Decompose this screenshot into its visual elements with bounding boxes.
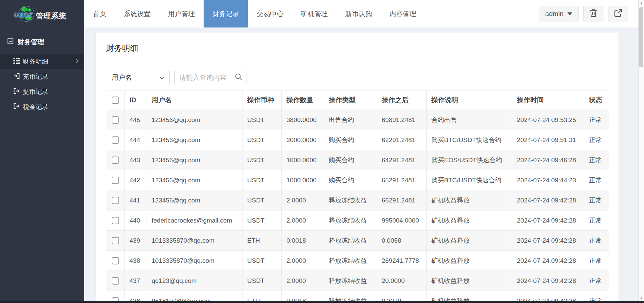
scroll-up-arrow[interactable]: ▲: [639, 0, 644, 6]
caret-down-icon: [568, 12, 572, 15]
page-title: 财务明细: [106, 33, 608, 54]
sidebar-item-deposit-records[interactable]: 充币记录: [0, 69, 84, 84]
admin-menu-button[interactable]: admin: [539, 6, 579, 21]
col-header-time: 操作时间: [512, 90, 584, 110]
admin-label: admin: [545, 10, 564, 18]
sign-in-icon: [13, 73, 20, 80]
cell-amount: 0.0018: [282, 231, 324, 251]
cell-op-type: 购买合约: [324, 150, 377, 170]
brand-title: 管理系统: [36, 11, 67, 21]
nav-tab-trade-center[interactable]: 交易中心: [248, 0, 292, 27]
logout-export-button[interactable]: [608, 6, 628, 21]
sidebar-item-tax-records[interactable]: 税金记录: [0, 99, 84, 114]
cell-coin: USDT: [243, 110, 282, 130]
cell-id: 442: [125, 170, 147, 190]
nav-tab-content-management[interactable]: 内容管理: [381, 0, 425, 27]
sidebar-item-withdraw-records[interactable]: 提币记录: [0, 84, 84, 99]
cell-id: 437: [125, 271, 147, 291]
chevron-down-icon: [159, 74, 165, 81]
row-checkbox[interactable]: [112, 116, 119, 124]
trash-button[interactable]: [583, 6, 603, 21]
cell-amount: 1000.0000: [282, 170, 324, 190]
cell-username: 123456@qq.com: [147, 130, 243, 150]
finance-detail-table: ID用户名操作币种操作数量操作类型操作之后操作说明操作时间状态 44512345…: [106, 90, 609, 303]
cell-time: 2024-07-24 09:42:28: [512, 210, 584, 231]
cell-note: 矿机收益释放: [427, 190, 512, 210]
cell-coin: USDT: [243, 190, 282, 210]
col-header-note: 操作说明: [427, 90, 512, 110]
nav-tab-system-settings[interactable]: 系统设置: [115, 0, 159, 27]
cell-amount: 2.0000: [282, 210, 324, 231]
cell-amount: 2.0000: [282, 271, 324, 291]
scroll-down-arrow[interactable]: ▼: [639, 295, 644, 301]
cell-time: 2024-07-24 09:53:25: [512, 110, 584, 130]
row-checkbox[interactable]: [112, 217, 119, 224]
cell-amount: 2000.0000: [282, 130, 324, 150]
brand-logo-text: USDZ: [14, 11, 33, 19]
cell-after: 69891.2481: [377, 110, 427, 130]
table-row: 4391013335870@qq.comETH0.0018释放冻结收益0.005…: [106, 231, 609, 251]
col-header-op-type: 操作类型: [324, 90, 377, 110]
sign-out-icon: [13, 103, 20, 111]
cell-time: 2024-07-24 09:42:28: [512, 271, 584, 291]
table-row: 440federicacrookes@gmail.comUSDT2.0000释放…: [106, 210, 609, 231]
select-all-checkbox[interactable]: [112, 97, 119, 104]
cell-after: 0.0058: [377, 231, 427, 251]
sidebar-item-finance-detail[interactable]: 财务明细: [0, 54, 84, 69]
row-checkbox[interactable]: [112, 157, 119, 164]
cell-after: 995004.0000: [377, 210, 427, 231]
cell-amount: 2.0000: [282, 251, 324, 271]
cell-status: 正常: [584, 130, 609, 150]
cell-id: 445: [125, 110, 147, 130]
table-row: 441123456@qq.comUSDT2.0000释放冻结收益66291.24…: [106, 190, 609, 210]
nav-tab-miner-management[interactable]: 矿机管理: [292, 0, 336, 27]
cell-status: 正常: [584, 110, 609, 130]
vertical-scrollbar[interactable]: ▲ ▼: [638, 0, 644, 303]
row-checkbox[interactable]: [112, 257, 119, 264]
top-nav: 首页系统设置用户管理财务记录交易中心矿机管理新币认购内容管理: [84, 0, 425, 27]
row-checkbox[interactable]: [112, 177, 119, 184]
cell-coin: USDT: [243, 271, 282, 291]
scrollbar-thumb[interactable]: [639, 7, 643, 67]
cell-id: 440: [125, 210, 147, 231]
cell-coin: USDT: [243, 210, 282, 231]
cell-status: 正常: [584, 170, 609, 190]
top-actions: admin: [539, 0, 638, 27]
cell-after: 269241.7778: [377, 251, 427, 271]
cell-note: 矿机收益释放: [427, 210, 512, 231]
col-header-after: 操作之后: [377, 90, 427, 110]
cell-username: 123456@qq.com: [147, 110, 243, 130]
search-field-select[interactable]: 用户名: [106, 70, 170, 85]
nav-tab-home[interactable]: 首页: [84, 0, 115, 27]
cell-op-type: 释放冻结收益: [324, 271, 377, 291]
nav-tab-user-management[interactable]: 用户管理: [159, 0, 204, 27]
row-checkbox[interactable]: [112, 136, 119, 144]
list-icon: [13, 58, 20, 65]
cell-coin: USDT: [243, 150, 282, 170]
cell-after: 66291.2481: [377, 190, 427, 210]
cell-username: 123456@qq.com: [147, 150, 243, 170]
cell-op-type: 出售合约: [324, 110, 377, 130]
sidebar-item-label: 提币记录: [23, 87, 48, 96]
row-checkbox[interactable]: [112, 197, 119, 204]
sidebar: 财务管理 财务明细充币记录提币记录税金记录: [0, 27, 84, 303]
cell-time: 2024-07-24 09:42:28: [512, 251, 584, 271]
cell-note: 矿机收益释放: [427, 271, 512, 291]
row-checkbox[interactable]: [112, 277, 119, 285]
table-row: 443123456@qq.comUSDT1000.0000购买合约64291.2…: [106, 150, 609, 170]
sidebar-section-label: 财务管理: [17, 38, 44, 47]
cell-time: 2024-07-24 09:42:28: [512, 231, 584, 251]
table-row: 442123456@qq.comUSDT1000.0000购买合约65291.2…: [106, 170, 609, 190]
row-checkbox[interactable]: [112, 237, 119, 244]
cell-after: 62291.2481: [377, 130, 427, 150]
cell-status: 正常: [584, 271, 609, 291]
col-header-coin: 操作币种: [243, 90, 282, 110]
search-input[interactable]: [179, 74, 234, 81]
cell-note: 合约出售: [427, 110, 512, 130]
sidebar-section-finance-management[interactable]: 财务管理: [0, 27, 84, 54]
nav-tab-new-coin-subscription[interactable]: 新币认购: [336, 0, 381, 27]
sidebar-menu: 财务明细充币记录提币记录税金记录: [0, 54, 84, 114]
cell-after: 64291.2481: [377, 150, 427, 170]
search-icon[interactable]: [234, 73, 243, 82]
nav-tab-finance-records[interactable]: 财务记录: [204, 0, 248, 27]
